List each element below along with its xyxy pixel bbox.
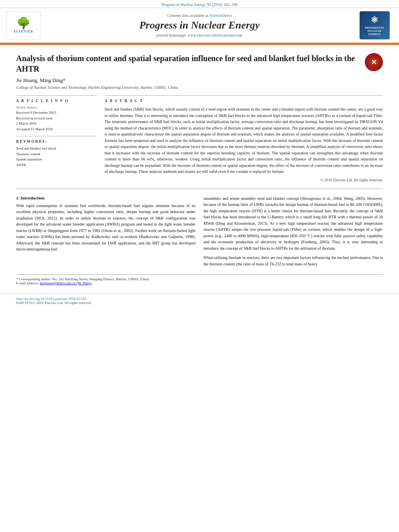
header-center: Contents lists available at ScienceDirec… [43, 13, 356, 37]
keywords-section: Keywords: Seed and blanket fuel block Th… [16, 136, 97, 168]
crossmark-badge: ✕ [365, 53, 383, 71]
article-title-section: Analysis of thorium content and spatial … [16, 53, 383, 74]
elsevier-label: ELSEVIER [14, 30, 33, 33]
body-col-left: 1. Introduction With rapid consumption o… [16, 195, 195, 271]
corresponding-author: * Corresponding author. No. 145 NanTong … [16, 277, 383, 281]
info-abstract-section: A R T I C L E I N F O Article history: R… [16, 95, 383, 182]
article-info: A R T I C L E I N F O Article history: R… [16, 95, 97, 182]
email-label: E-mail address: [16, 281, 39, 285]
keyword-4: AHTR [16, 162, 97, 168]
revised-label: Received in revised form [16, 116, 97, 121]
keyword-3: Spatial separation [16, 157, 97, 162]
intro-col2-p2: When utilizing thorium in reactors, ther… [204, 255, 383, 267]
accepted-date: Accepted 15 March 2016 [16, 127, 97, 132]
section-divider [16, 189, 383, 189]
authors: Jie Huang, Ming Ding* [16, 77, 383, 84]
abstract-section: A B S T R A C T Seed and blanket (S&B) f… [105, 95, 383, 182]
section-number: 1. [16, 195, 19, 200]
copyright-line: © 2016 Elsevier Ltd. All rights reserved… [105, 178, 383, 182]
intro-col1-p1: With rapid consumption of uranium fuel w… [16, 203, 195, 253]
intro-heading-text: Introduction [21, 195, 45, 200]
intro-heading: 1. Introduction [16, 195, 195, 200]
keyword-2: Thorium content [16, 152, 97, 157]
received-date: Received 9 December 2015 [16, 110, 97, 116]
footnote-section: * Corresponding author. No. 145 NanTong … [16, 274, 383, 285]
author-names: Jie Huang, Ming Ding* [16, 77, 66, 83]
email-line: E-mail address: dingming@hrbeu.edu.cn (M… [16, 281, 383, 285]
article-title: Analysis of thorium content and spatial … [16, 53, 365, 74]
sciencedirect-link[interactable]: ScienceDirect [209, 13, 232, 18]
tree-icon: 🌳 [16, 18, 31, 29]
affiliation: College of Nuclear Science and Technolog… [16, 85, 383, 90]
journal-name: Progress in Nuclear Energy [47, 19, 352, 31]
crossmark-icon: ✕ [371, 58, 377, 67]
article-info-title: A R T I C L E I N F O [16, 99, 97, 103]
pne-logo: ⚛ PROGRESS INNUCLEARENERGY [356, 11, 393, 39]
journal-ref: Progress in Nuclear Energy 90 (2016) 182… [161, 2, 237, 7]
doi-anchor[interactable]: http://dx.doi.org/10.1016/j.pnucene.2016… [16, 297, 86, 301]
main-content: Analysis of thorium content and spatial … [0, 45, 399, 293]
elsevier-logo: 🌳 ELSEVIER [6, 11, 43, 39]
journal-header: 🌳 ELSEVIER Contents lists available at S… [0, 8, 399, 43]
abstract-text: Seed and blanket (S&B) fuel blocks, whic… [105, 106, 383, 175]
journal-homepage: journal homepage: www.elsevier.com/locat… [47, 33, 352, 37]
atom-icon: ⚛ [370, 15, 378, 25]
abstract-title: A B S T R A C T [105, 99, 383, 103]
doi-link: http://dx.doi.org/10.1016/j.pnucene.2016… [16, 297, 383, 301]
homepage-url[interactable]: www.elsevier.com/locate/pnucene [187, 33, 243, 37]
email-link[interactable]: dingming@hrbeu.edu.cn (M. Ding). [39, 281, 92, 285]
pne-logo-box: ⚛ PROGRESS INNUCLEARENERGY [360, 11, 390, 39]
keywords-title: Keywords: [16, 140, 97, 144]
doi-bar: Progress in Nuclear Energy 90 (2016) 182… [0, 0, 399, 8]
body-col-right: assemblies and whole assembly seed and b… [204, 195, 383, 271]
footer: http://dx.doi.org/10.1016/j.pnucene.2016… [0, 293, 399, 308]
body-section: 1. Introduction With rapid consumption o… [16, 195, 383, 271]
history-label: Article history: [16, 105, 97, 109]
keyword-1: Seed and blanket fuel block [16, 146, 97, 152]
intro-col2-p1: assemblies and whole assembly seed and b… [204, 195, 383, 252]
article-history: Article history: Received 9 December 201… [16, 105, 97, 132]
issn-line: 0149-1970/© 2016 Elsevier Ltd. All right… [16, 301, 383, 305]
pne-logo-text: PROGRESS INNUCLEARENERGY [365, 26, 384, 36]
sciencedirect-line: Contents lists available at ScienceDirec… [47, 13, 352, 18]
revised-date: 2 March 2016 [16, 121, 97, 127]
